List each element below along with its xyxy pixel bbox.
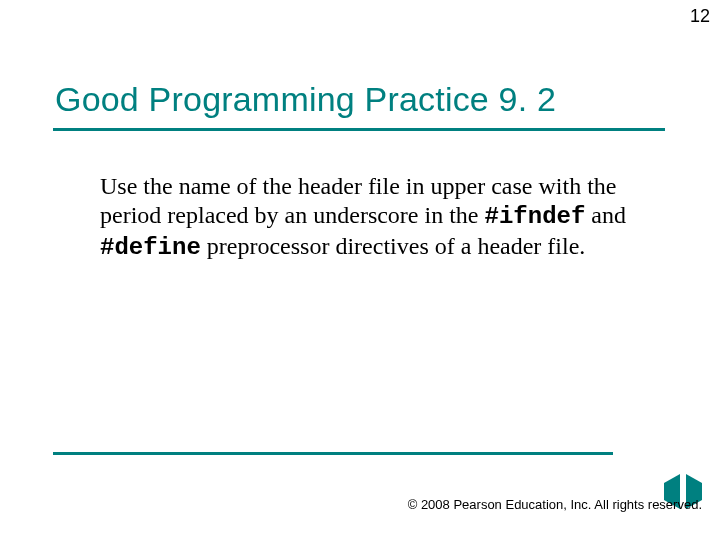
body-segment: preprocessor directives of a header file… <box>201 233 585 259</box>
slide-title: Good Programming Practice 9. 2 <box>55 80 556 119</box>
bottom-rule <box>53 452 613 455</box>
title-underline <box>53 128 665 131</box>
code-define: #define <box>100 234 201 261</box>
copyright-symbol: © <box>408 497 418 512</box>
slide: 12 Good Programming Practice 9. 2 Use th… <box>0 0 720 540</box>
body-segment: and <box>585 202 626 228</box>
code-ifndef: #ifndef <box>485 203 586 230</box>
footer: © 2008 Pearson Education, Inc. All right… <box>350 497 702 512</box>
page-number: 12 <box>690 6 710 27</box>
body-text: Use the name of the header file in upper… <box>100 172 640 262</box>
footer-text: 2008 Pearson Education, Inc. All rights … <box>417 497 702 512</box>
